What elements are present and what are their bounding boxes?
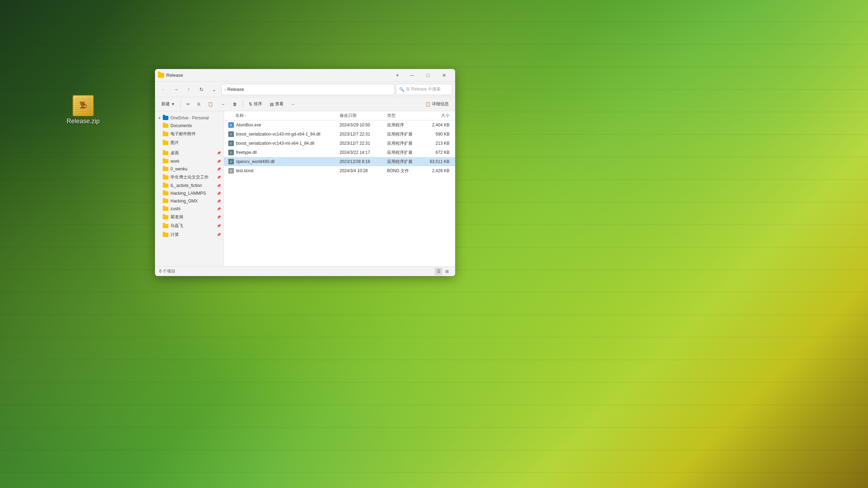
- onedrive-header[interactable]: ▼ OneDrive - Personal: [155, 114, 224, 122]
- move-button[interactable]: →: [217, 99, 229, 110]
- file-date-0: 2024/3/29 10:50: [340, 123, 387, 127]
- col-date-header[interactable]: 修改日期: [340, 113, 387, 119]
- sidebar-item-pictures[interactable]: 图片: [155, 138, 224, 147]
- sidebar-item-email-label: 电子邮件附件: [170, 131, 221, 137]
- sidebar-item-qa-2[interactable]: 0_wenku📌: [155, 165, 224, 173]
- col-size-header[interactable]: 大小: [428, 113, 455, 119]
- qa-label-8: 紫老洞: [170, 214, 217, 220]
- file-date-1: 2023/12/7 22:31: [340, 132, 387, 137]
- sidebar-item-pictures-label: 图片: [170, 140, 221, 146]
- file-name-cell-4: Dopencv_world490.dll: [224, 159, 340, 164]
- desktop-icon-release-zip[interactable]: 🗜 Release.zip: [69, 95, 97, 125]
- details-button[interactable]: 📋 详细信息: [422, 99, 452, 110]
- table-row[interactable]: Dboost_serialization-vc143-mt-gd-x64-1_8…: [224, 130, 455, 139]
- file-size-4: 63,511 KB: [428, 159, 455, 164]
- file-size-5: 2,426 KB: [428, 168, 455, 173]
- paste-button[interactable]: 📋: [204, 99, 217, 110]
- sidebar-item-qa-4[interactable]: IL_activte_fiction📌: [155, 182, 224, 189]
- qa-folder-icon-7: [163, 207, 168, 211]
- table-row[interactable]: Dopencv_world490.dll2023/12/28 8:16应用程序扩…: [224, 157, 455, 166]
- qa-label-3: 学生博士论文交工作: [170, 174, 217, 180]
- pin-icon-6: 📌: [217, 199, 221, 203]
- onedrive-section: ▼ OneDrive - Personal Documents 电子邮件附件 图…: [155, 114, 224, 147]
- quick-access-section: 桌面📌work📌0_wenku📌学生博士论文交工作📌IL_activte_fic…: [155, 149, 224, 239]
- file-type-0: 应用程序: [387, 122, 428, 128]
- qa-folder-icon-3: [163, 175, 168, 180]
- table-row[interactable]: Btest.bond2024/3/4 10:28BOND 文件2,426 KB: [224, 166, 455, 175]
- copy-icon: ⎘: [198, 102, 200, 107]
- sort-arrow-icon: ↑: [245, 114, 247, 118]
- file-name-text-1: boost_serialization-vc143-mt-gd-x64-1_84…: [236, 132, 320, 137]
- sidebar-item-qa-8[interactable]: 紫老洞📌: [155, 213, 224, 221]
- view-button[interactable]: ▤ 查看: [266, 99, 287, 110]
- file-size-3: 672 KB: [428, 150, 455, 155]
- breadcrumb-path: Release: [227, 87, 244, 92]
- location-button[interactable]: ⌄: [209, 84, 220, 95]
- forward-button[interactable]: →: [170, 84, 182, 95]
- pin-icon-4: 📌: [217, 184, 221, 188]
- cut-button[interactable]: ✂: [183, 99, 193, 110]
- col-type-header[interactable]: 类型: [387, 113, 428, 119]
- close-button[interactable]: ✕: [436, 69, 452, 82]
- toolbar-sep-2: [243, 101, 243, 108]
- sidebar-item-qa-9[interactable]: 马磊飞📌: [155, 221, 224, 230]
- qa-label-6: Hacking_GMX: [170, 199, 217, 204]
- file-name-text-0: AtomBox.exe: [236, 123, 261, 127]
- sidebar-item-qa-3[interactable]: 学生博士论文交工作📌: [155, 173, 224, 182]
- file-type-1: 应用程序扩展: [387, 131, 428, 137]
- view-label: 查看: [275, 101, 284, 107]
- copy-button[interactable]: ⎘: [194, 99, 204, 110]
- file-type-2: 应用程序扩展: [387, 140, 428, 146]
- qa-label-2: 0_wenku: [170, 167, 217, 171]
- file-type-4: 应用程序扩展: [387, 159, 428, 165]
- table-row[interactable]: Dboost_serialization-vc143-mt-x64-1_84.d…: [224, 139, 455, 148]
- list-view-button[interactable]: ☰: [435, 268, 442, 275]
- file-name-cell-1: Dboost_serialization-vc143-mt-gd-x64-1_8…: [224, 131, 340, 137]
- qa-folder-icon-10: [163, 233, 168, 237]
- file-name-cell-3: Dfreetype.dll: [224, 150, 340, 155]
- qa-folder-icon-8: [163, 215, 168, 219]
- qa-label-9: 马磊飞: [170, 223, 217, 229]
- qa-label-0: 桌面: [170, 150, 217, 156]
- sidebar-item-qa-5[interactable]: Hacking_LAMMPS📌: [155, 189, 224, 197]
- more-button[interactable]: ···: [288, 99, 298, 110]
- qa-folder-icon-9: [163, 224, 168, 228]
- sidebar-item-documents-label: Documents: [170, 123, 221, 128]
- table-row[interactable]: EAtomBox.exe2024/3/29 10:50应用程序2,404 KB: [224, 120, 455, 130]
- sort-label: 排序: [254, 101, 262, 107]
- pin-icon-8: 📌: [217, 215, 221, 219]
- pin-icon-3: 📌: [217, 175, 221, 179]
- sidebar-item-qa-1[interactable]: work📌: [155, 157, 224, 165]
- qa-label-5: Hacking_LAMMPS: [170, 191, 217, 196]
- sidebar-item-qa-0[interactable]: 桌面📌: [155, 149, 224, 157]
- file-date-4: 2023/12/28 8:16: [340, 159, 387, 164]
- sidebar-item-email-attachments[interactable]: 电子邮件附件: [155, 130, 224, 138]
- delete-button[interactable]: 🗑: [229, 99, 241, 110]
- details-label: 详细信息: [432, 101, 449, 107]
- sidebar-item-qa-7[interactable]: zushi📌: [155, 205, 224, 213]
- minimize-button[interactable]: ─: [404, 69, 420, 82]
- view-toggle: ☰ ⊞: [435, 268, 451, 275]
- up-button[interactable]: ↑: [183, 84, 194, 95]
- back-button[interactable]: ←: [158, 84, 169, 95]
- maximize-button[interactable]: □: [420, 69, 436, 82]
- exe-icon: E: [228, 122, 234, 128]
- new-button[interactable]: 新建 ▼: [158, 99, 178, 110]
- breadcrumb[interactable]: › Release: [221, 84, 395, 95]
- sidebar-item-qa-6[interactable]: Hacking_GMX📌: [155, 197, 224, 205]
- refresh-button[interactable]: ↻: [196, 84, 207, 95]
- sidebar-item-qa-10[interactable]: 计算📌: [155, 230, 224, 239]
- breadcrumb-separator: ›: [224, 87, 226, 92]
- toolbar-sep-1: [180, 101, 181, 108]
- sort-button[interactable]: ⇅ 排序: [245, 99, 266, 110]
- file-list: 名称 ↑ 修改日期 类型 大小 EAtomBox.exe2024/3/29 10…: [224, 111, 455, 266]
- file-type-3: 应用程序扩展: [387, 150, 428, 156]
- sort-icon: ⇅: [249, 102, 252, 107]
- table-row[interactable]: Dfreetype.dll2024/3/22 14:17应用程序扩展672 KB: [224, 148, 455, 157]
- col-name-header[interactable]: 名称 ↑: [224, 113, 340, 119]
- grid-view-button[interactable]: ⊞: [443, 268, 451, 275]
- new-tab-button[interactable]: +: [391, 69, 404, 82]
- pin-icon-9: 📌: [217, 224, 221, 228]
- search-box[interactable]: 🔍 在 Release 中搜索: [396, 84, 452, 95]
- sidebar-item-documents[interactable]: Documents: [155, 122, 224, 130]
